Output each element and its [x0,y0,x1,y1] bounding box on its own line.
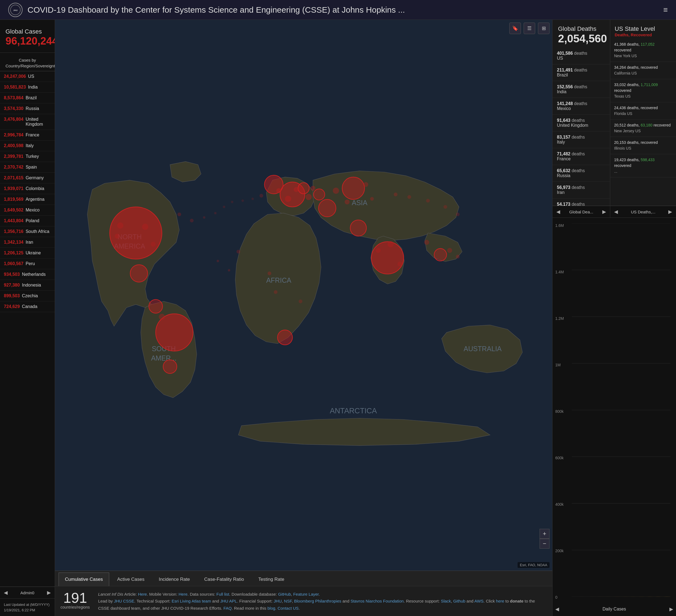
map-tab[interactable]: Cumulative Cases [59,572,109,586]
map-tab[interactable]: Incidence Rate [152,572,196,586]
donate-link[interactable]: here [496,599,504,603]
country-name: Indonesia [22,283,41,288]
deaths-label: deaths [571,152,585,156]
chart-y-label: 0 [555,595,564,600]
svg-point-43 [456,255,460,259]
cases-by-label: Cases by Country/Region/Sovereignty [0,53,55,71]
list-item[interactable]: 1,819,569Argentina [0,194,55,205]
list-item[interactable]: 2,399,781Turkey [0,151,55,162]
global-deaths-prev[interactable]: ◀ [556,209,560,215]
map-tab[interactable]: Case-Fatality Ratio [198,572,250,586]
github-link[interactable]: GitHub [278,592,291,597]
list-item[interactable]: 1,342,134Iran [0,237,55,248]
map-toolbar: 🔖 ☰ ⊞ [509,22,550,34]
us-state-deaths: 34,264 [614,65,626,69]
svg-point-19 [350,220,367,236]
esri-link[interactable]: Esri Living Atlas team [172,599,211,603]
chart-prev[interactable]: ◀ [555,606,559,612]
bloomberg-link[interactable]: Bloomberg Philanthropies [294,599,341,603]
deaths-label: deaths [574,85,587,89]
us-state-recovered-label: recovered [641,65,658,69]
deaths-country: United Kingdom [557,123,588,128]
list-item[interactable]: 1,206,125Ukraine [0,248,55,259]
global-deaths-title: Global Deaths [558,25,605,33]
jhu-link[interactable]: JHU [274,599,282,603]
list-item[interactable]: 1,649,502Mexico [0,205,55,216]
list-item[interactable]: 24,247,006US [0,71,55,82]
nsf-link[interactable]: NSF [284,599,292,603]
country-value: 2,996,784 [4,132,23,137]
global-deaths-panel: Global Deaths 2,054,560 401,586 deathsUS… [553,20,610,218]
list-item[interactable]: 1,060,567Peru [0,259,55,269]
svg-text:AUSTRALIA: AUSTRALIA [464,345,502,352]
mobile-link[interactable]: Here [178,592,187,597]
us-state-subtitle: Deaths, Recovered [615,33,672,37]
us-state-next[interactable]: ▶ [668,209,672,215]
svg-point-24 [314,189,325,200]
list-item[interactable]: 2,400,598Italy [0,141,55,151]
list-item[interactable]: 3,476,804United Kingdom [0,114,55,130]
full-list-link[interactable]: Full list [216,592,229,597]
global-deaths-next[interactable]: ▶ [602,209,606,215]
list-item[interactable]: 927,380Indonesia [0,280,55,291]
menu-icon[interactable]: ≡ [663,5,668,14]
list-item[interactable]: 2,370,742Spain [0,162,55,173]
us-state-prev[interactable]: ◀ [614,209,618,215]
list-item[interactable]: 1,356,716South Africa [0,226,55,237]
country-name: Turkey [25,154,39,159]
list-item[interactable]: 8,573,864Brazil [0,93,55,103]
list-item[interactable]: 1,443,804Poland [0,216,55,226]
chart-next[interactable]: ▶ [669,606,673,612]
sidebar-nav: ◀ Admin0 ▶ [0,586,55,599]
stavros-link[interactable]: Stavros Niarchos Foundation [350,599,403,603]
github2-link[interactable]: Github [453,599,465,603]
svg-point-31 [333,187,339,194]
us-state-list[interactable]: 41,368 deaths, 117,052 recoveredNew York… [610,39,676,206]
country-list[interactable]: 24,247,006US10,581,823India8,573,864Braz… [0,71,55,586]
svg-point-56 [456,213,460,216]
svg-point-28 [294,187,299,192]
list-item: 152,556 deathsIndia [553,81,610,98]
aws-link[interactable]: AWS [474,599,484,603]
global-deaths-list[interactable]: 401,586 deathsUS211,491 deathsBrazil152,… [553,48,610,206]
country-value: 3,476,804 [4,117,23,122]
slack-link[interactable]: Slack [441,599,451,603]
map-tab[interactable]: Active Cases [111,572,151,586]
country-value: 1,939,071 [4,186,23,191]
jhu-csse-link[interactable]: JHU CSSE [114,599,134,603]
country-count-value: 191 [63,591,87,605]
list-btn[interactable]: ☰ [524,22,535,34]
sidebar-nav-prev[interactable]: ◀ [4,590,8,596]
qr-btn[interactable]: ⊞ [538,22,550,34]
jhu-apl-link[interactable]: JHU APL [220,599,237,603]
deaths-value: 65,632 [557,168,570,173]
us-state-deaths-label: deaths, [627,65,640,69]
country-count: 191 countries/regions [60,591,90,609]
zoom-in-btn[interactable]: + [540,529,550,539]
lancet-link[interactable]: Here [138,592,147,597]
country-value: 3,574,330 [4,106,23,111]
contact-link[interactable]: Contact US [278,606,299,611]
list-item[interactable]: 899,503Czechia [0,291,55,301]
list-item[interactable]: 3,574,330Russia [0,103,55,114]
us-state-deaths-label: deaths, [627,82,640,87]
bookmark-btn[interactable]: 🔖 [509,22,521,34]
deaths-label: deaths [574,51,587,56]
blog-link[interactable]: blog [267,606,275,611]
list-item[interactable]: 2,996,784France [0,130,55,141]
svg-point-52 [394,192,398,197]
map-tab[interactable]: Testing Rate [252,572,291,586]
zoom-out-btn[interactable]: − [540,539,550,549]
sidebar-nav-next[interactable]: ▶ [47,590,51,596]
list-item[interactable]: 1,939,071Colombia [0,183,55,194]
us-state-deaths: 20,512 [614,123,626,127]
feature-layer-link[interactable]: Feature Layer [293,592,319,597]
svg-point-13 [371,242,404,274]
faq-link[interactable]: FAQ [223,606,232,611]
list-item[interactable]: 10,581,823India [0,82,55,93]
list-item[interactable]: 724,629Canada [0,301,55,312]
list-item[interactable]: 2,071,615Germany [0,173,55,183]
us-state-recovered-label: recovered [614,163,631,168]
list-item[interactable]: 934,503Netherlands [0,269,55,280]
list-item: 211,491 deathsBrazil [553,64,610,81]
